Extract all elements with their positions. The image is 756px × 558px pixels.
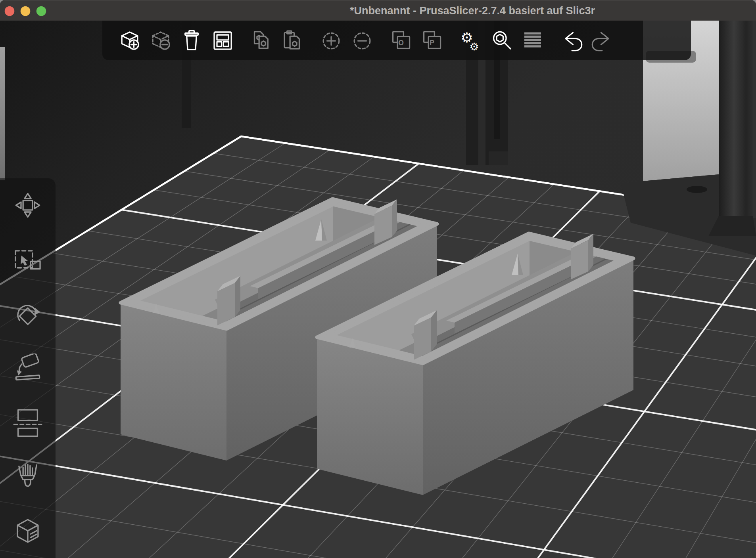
remove-instance-icon: [354, 33, 370, 49]
viewport-3d-canvas[interactable]: [0, 0, 756, 558]
trash-icon: [185, 31, 198, 50]
paint-brush-icon: [19, 464, 36, 486]
left-toolbar: [0, 178, 56, 558]
split-parts-icon: P: [424, 32, 441, 49]
seam-cube-icon: [17, 520, 38, 542]
variable-layer-height-button[interactable]: ⚙ ⚙: [455, 21, 486, 59]
search-icon: [494, 32, 511, 49]
add-button[interactable]: [114, 21, 145, 59]
add-cube-icon: [122, 32, 138, 49]
copy-button[interactable]: [246, 21, 277, 59]
arrange-icon: [214, 32, 231, 49]
paste-icon: [284, 31, 299, 49]
paste-button[interactable]: [277, 21, 308, 59]
split-objects-icon: O: [393, 32, 410, 49]
rotate-icon: [18, 306, 40, 325]
rotate-button[interactable]: [10, 296, 46, 332]
cut-icon: [14, 410, 42, 436]
traffic-lights: [0, 0, 56, 21]
add-instance-icon: [323, 33, 339, 49]
split-parts-glyph: P: [430, 39, 434, 47]
split-objects-glyph: O: [398, 39, 404, 47]
cut-button[interactable]: [10, 404, 46, 441]
move-icon: [16, 193, 39, 217]
redo-button[interactable]: [587, 21, 618, 59]
undo-icon: [566, 32, 582, 51]
frame-z-cylinder: [719, 18, 753, 218]
layers-view-button[interactable]: [517, 21, 548, 59]
zoom-button[interactable]: [36, 6, 46, 16]
delete-all-button[interactable]: [176, 21, 207, 59]
frame-left-light-strip: [0, 47, 5, 180]
move-button[interactable]: [10, 187, 46, 224]
minimize-button[interactable]: [21, 6, 31, 16]
app-window: *Unbenannt - PrusaSlicer-2.7.4 basiert a…: [0, 0, 756, 558]
seam-painting-button[interactable]: [10, 513, 46, 549]
paint-on-supports-button[interactable]: [10, 459, 46, 495]
scale-icon: [15, 251, 40, 269]
top-toolbar: O P ⚙ ⚙: [102, 21, 691, 60]
redo-icon: [592, 32, 608, 51]
close-button[interactable]: [5, 6, 15, 16]
search-button[interactable]: [486, 21, 517, 59]
place-on-face-icon: [16, 354, 40, 380]
undo-button[interactable]: [556, 21, 587, 59]
remove-instance-button[interactable]: [347, 21, 378, 59]
gears-icon: ⚙ ⚙: [461, 30, 479, 52]
svg-text:⚙: ⚙: [470, 40, 479, 52]
place-on-face-button[interactable]: [10, 350, 46, 386]
delete-cube-icon: [153, 32, 169, 49]
window-title: *Unbenannt - PrusaSlicer-2.7.4 basiert a…: [350, 0, 595, 21]
split-to-objects-button[interactable]: O: [386, 21, 416, 59]
copy-icon: [255, 32, 268, 48]
arrange-button[interactable]: [207, 21, 238, 59]
add-instance-button[interactable]: [316, 21, 347, 59]
scale-button[interactable]: [10, 241, 46, 278]
titlebar: *Unbenannt - PrusaSlicer-2.7.4 basiert a…: [0, 0, 756, 21]
split-to-parts-button[interactable]: P: [416, 21, 447, 59]
layers-icon: [524, 32, 541, 48]
delete-button[interactable]: [145, 21, 176, 59]
